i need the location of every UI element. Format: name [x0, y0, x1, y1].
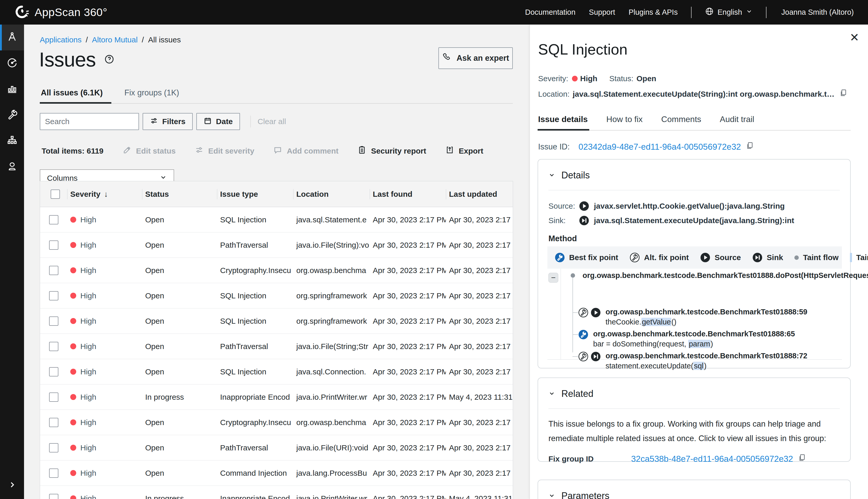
tab-audit-trail[interactable]: Audit trail: [719, 110, 756, 130]
details-header[interactable]: Details: [538, 159, 850, 181]
table-row[interactable]: High Open SQL Injection java.sql.Connect…: [40, 359, 513, 385]
row-checkbox[interactable]: [49, 367, 59, 376]
row-checkbox[interactable]: [49, 316, 59, 326]
header-last-updated[interactable]: Last updated: [446, 181, 513, 207]
issue-type-value: Inappropriate Encod: [217, 393, 293, 402]
chevron-down-icon: [549, 388, 555, 399]
tab-comments[interactable]: Comments: [661, 110, 703, 130]
severity-value: High: [580, 74, 597, 83]
collapse-trace-button[interactable]: −: [549, 273, 558, 283]
legend-sink: Sink: [752, 252, 783, 263]
row-checkbox[interactable]: [49, 392, 59, 402]
row-checkbox[interactable]: [49, 291, 59, 301]
sidebar-item-fixes[interactable]: [0, 102, 24, 128]
search-input[interactable]: [45, 117, 144, 126]
close-icon[interactable]: ✕: [850, 32, 859, 43]
row-checkbox[interactable]: [49, 241, 59, 250]
total-items-label: Total items: 6119: [41, 147, 104, 155]
edit-status-button[interactable]: Edit status: [123, 146, 176, 156]
severity-value: High: [80, 418, 96, 427]
ask-an-expert-button[interactable]: Ask an expert: [438, 47, 513, 69]
last-found-value: Apr 30, 2023 2:17 PM: [370, 494, 446, 499]
sidebar-expand-button[interactable]: [0, 476, 24, 494]
last-found-value: Apr 30, 2023 2:17 PM: [370, 317, 446, 326]
row-checkbox[interactable]: [49, 215, 59, 224]
copy-icon[interactable]: [746, 142, 754, 152]
row-checkbox[interactable]: [49, 443, 59, 452]
table-row[interactable]: High Open PathTraversal java.io.File(Str…: [40, 232, 513, 258]
header-severity[interactable]: Severity ↓: [67, 181, 142, 207]
tab-how-to-fix[interactable]: How to fix: [606, 110, 644, 130]
last-updated-value: May 4, 2023 11:31 AM: [446, 393, 513, 402]
parameters-header[interactable]: Parameters: [538, 480, 850, 499]
language-selector[interactable]: English: [705, 7, 752, 17]
header-status[interactable]: Status: [142, 181, 217, 207]
alt-fix-point-icon: [578, 307, 589, 318]
date-button[interactable]: Date: [196, 113, 240, 130]
breadcrumb-applications[interactable]: Applications: [40, 35, 81, 44]
tab-all-issues[interactable]: All issues (6.1K): [40, 85, 111, 103]
row-checkbox[interactable]: [49, 494, 59, 499]
copy-icon[interactable]: [798, 453, 806, 464]
table-row[interactable]: High Open Command Injection java.lang.Pr…: [40, 461, 513, 486]
tab-issue-details[interactable]: Issue details: [538, 110, 589, 130]
severity-value: High: [80, 393, 96, 402]
table-row[interactable]: High Open SQL Injection org.springframew…: [40, 283, 513, 308]
row-checkbox[interactable]: [49, 468, 59, 478]
sidebar-item-reports[interactable]: [0, 76, 24, 102]
help-icon[interactable]: [104, 54, 114, 65]
user-menu[interactable]: Joanna Smith (Altoro): [781, 8, 854, 16]
table-row[interactable]: High In progress Inappropriate Encod jav…: [40, 385, 513, 410]
divider: [549, 190, 840, 190]
table-row[interactable]: High Open PathTraversal java.io.File(URI…: [40, 435, 513, 461]
issue-id-link[interactable]: 02342da9-48e7-ed11-96a4-005056972e32: [578, 142, 741, 152]
sidebar-item-applications[interactable]: [0, 25, 24, 50]
export-button[interactable]: Export: [445, 146, 483, 156]
trace-node[interactable]: org.owasp.benchmark.testcode.BenchmarkTe…: [578, 307, 807, 327]
source-icon: [579, 201, 589, 211]
sidebar-item-organization[interactable]: [0, 128, 24, 154]
header-last-found[interactable]: Last found: [370, 181, 446, 207]
table-row[interactable]: High Open Cryptography.Insecu org.owasp.…: [40, 410, 513, 435]
edit-severity-button[interactable]: Edit severity: [195, 146, 254, 156]
table-row[interactable]: High Open SQL Injection org.springframew…: [40, 308, 513, 334]
trace-node[interactable]: org.owasp.benchmark.testcode.BenchmarkTe…: [578, 351, 807, 371]
fix-group-row: Fix group ID 32ca538b-48e7-ed11-96a4-005…: [549, 453, 806, 464]
clear-all-button[interactable]: Clear all: [250, 115, 286, 127]
related-description: This issue belongs to a fix group. Worki…: [549, 417, 840, 446]
filters-button[interactable]: Filters: [142, 113, 193, 130]
nav-support[interactable]: Support: [589, 8, 615, 16]
sidebar-item-account[interactable]: [0, 154, 24, 180]
search-box[interactable]: [40, 113, 139, 130]
table-row[interactable]: High Open SQL Injection java.sql.Stateme…: [40, 207, 513, 232]
tab-fix-groups[interactable]: Fix groups (1K): [123, 85, 188, 103]
table-row[interactable]: High Open PathTraversal java.io.File(Str…: [40, 334, 513, 359]
issue-type-value: Command Injection: [217, 469, 293, 477]
status-value: Open: [142, 443, 217, 452]
header-issue-type[interactable]: Issue type: [217, 181, 293, 207]
table-row[interactable]: High In progress Inappropriate Encod jav…: [40, 486, 513, 499]
severity-value: High: [80, 367, 96, 376]
last-updated-value: Apr 30, 2023 2:17 PM: [446, 215, 513, 224]
copy-icon[interactable]: [840, 89, 847, 99]
breadcrumb-altoro-mutual[interactable]: Altoro Mutual: [92, 35, 138, 44]
nav-plugins-apis[interactable]: Plugins & APIs: [629, 8, 678, 16]
trace-node[interactable]: org.owasp.benchmark.testcode.BenchmarkTe…: [578, 329, 795, 349]
location-value: java.sql.Statement.executeUpdate(String)…: [573, 90, 835, 98]
location-value: java.io.File(URI):void: [293, 443, 370, 452]
row-checkbox[interactable]: [49, 342, 59, 351]
last-found-value: Apr 30, 2023 2:17 PM: [370, 469, 446, 477]
related-header[interactable]: Related: [538, 378, 850, 399]
row-checkbox[interactable]: [49, 266, 59, 275]
fix-group-id-link[interactable]: 32ca538b-48e7-ed11-96a4-005056972e32: [631, 454, 793, 464]
table-row[interactable]: High Open Cryptography.Insecu org.owasp.…: [40, 258, 513, 283]
header-location[interactable]: Location: [293, 181, 370, 207]
alt-fix-point-icon: [578, 351, 589, 362]
add-comment-button[interactable]: Add comment: [273, 146, 338, 156]
severity-value: High: [80, 291, 96, 300]
sidebar-item-scans[interactable]: [0, 50, 24, 76]
nav-documentation[interactable]: Documentation: [525, 8, 576, 16]
row-checkbox[interactable]: [49, 418, 59, 427]
security-report-button[interactable]: Security report: [357, 146, 426, 156]
select-all-checkbox[interactable]: [51, 190, 60, 199]
